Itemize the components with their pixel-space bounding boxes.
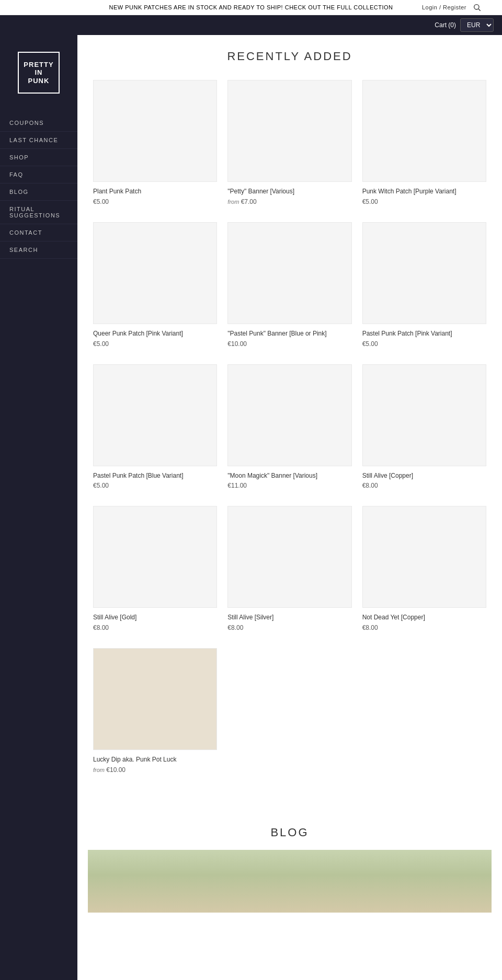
product-image-9 (362, 364, 486, 466)
product-price-9: €8.00 (362, 482, 486, 489)
sidebar-item-last-chance[interactable]: LAST CHANCE (0, 132, 77, 149)
sidebar-item-faq[interactable]: FAQ (0, 166, 77, 183)
cart-currency-container: Cart (0) EUR USD GBP (435, 18, 494, 32)
product-price-6: €5.00 (362, 340, 486, 348)
sidebar-item-coupons[interactable]: COUPONS (0, 114, 77, 132)
sidebar-item-ritual-suggestions[interactable]: RITUAL SUGGESTIONS (0, 201, 77, 224)
product-price-2: from €7.00 (227, 198, 351, 205)
sidebar-item-contact[interactable]: CONTACT (0, 224, 77, 241)
product-grid: Plant Punk Patch €5.00 "Petty" Banner [V… (88, 74, 492, 784)
product-name-11: Still Alive [Silver] (227, 613, 351, 622)
product-name-3: Punk Witch Patch [Purple Variant] (362, 187, 486, 196)
product-name-7: Pastel Punk Patch [Blue Variant] (93, 471, 217, 480)
product-name-9: Still Alive [Copper] (362, 471, 486, 480)
product-price-1: €5.00 (93, 198, 217, 205)
product-image-1 (93, 80, 217, 182)
cart-currency-row: Cart (0) EUR USD GBP (0, 15, 502, 35)
product-price-7: €5.00 (93, 482, 217, 489)
product-name-12: Not Dead Yet [Copper] (362, 613, 486, 622)
product-card-13[interactable]: Lucky Dip aka. Punk Pot Luck from €10.00 (88, 642, 222, 784)
product-price-10: €8.00 (93, 624, 217, 631)
product-name-5: "Pastel Punk" Banner [Blue or Pink] (227, 329, 351, 338)
product-price-4: €5.00 (93, 340, 217, 348)
product-price-8: €11.00 (227, 482, 351, 489)
product-card-9[interactable]: Still Alive [Copper] €8.00 (357, 358, 492, 500)
product-image-12 (362, 506, 486, 608)
product-image-4 (93, 222, 217, 324)
product-image-3 (362, 80, 486, 182)
product-card-3[interactable]: Punk Witch Patch [Purple Variant] €5.00 (357, 74, 492, 216)
announcement-text: NEW PUNK PATCHES ARE IN STOCK AND READY … (109, 4, 393, 10)
product-price-11: €8.00 (227, 624, 351, 631)
product-image-2 (227, 80, 351, 182)
sidebar: PRETTYINPUNK COUPONS LAST CHANCE SHOP FA… (0, 35, 77, 980)
page-title: RECENTLY ADDED (88, 35, 492, 74)
blog-image[interactable] (88, 850, 492, 913)
product-card-2[interactable]: "Petty" Banner [Various] from €7.00 (222, 74, 357, 216)
product-price-5: €10.00 (227, 340, 351, 348)
product-name-4: Queer Punk Patch [Pink Variant] (93, 329, 217, 338)
product-name-2: "Petty" Banner [Various] (227, 187, 351, 196)
product-image-5 (227, 222, 351, 324)
logo-text: PRETTYINPUNK (24, 61, 53, 85)
product-price-12: €8.00 (362, 624, 486, 631)
product-price-13: from €10.00 (93, 766, 217, 774)
product-image-11 (227, 506, 351, 608)
sidebar-logo[interactable]: PRETTYINPUNK (0, 43, 77, 102)
product-card-11[interactable]: Still Alive [Silver] €8.00 (222, 500, 357, 642)
product-name-8: "Moon Magick" Banner [Various] (227, 471, 351, 480)
product-image-7 (93, 364, 217, 466)
cart-label[interactable]: Cart (0) (435, 21, 456, 29)
product-card-8[interactable]: "Moon Magick" Banner [Various] €11.00 (222, 358, 357, 500)
product-card-7[interactable]: Pastel Punk Patch [Blue Variant] €5.00 (88, 358, 222, 500)
product-name-10: Still Alive [Gold] (93, 613, 217, 622)
product-image-6 (362, 222, 486, 324)
product-name-13: Lucky Dip aka. Punk Pot Luck (93, 755, 217, 764)
product-card-6[interactable]: Pastel Punk Patch [Pink Variant] €5.00 (357, 216, 492, 358)
price-prefix-13: from (93, 767, 105, 773)
svg-line-1 (478, 9, 481, 11)
login-register-link[interactable]: Login / Register (422, 4, 466, 10)
blog-title: BLOG (88, 815, 492, 850)
sidebar-item-shop[interactable]: SHOP (0, 149, 77, 166)
logo-box: PRETTYINPUNK (18, 52, 60, 94)
product-card-1[interactable]: Plant Punk Patch €5.00 (88, 74, 222, 216)
sidebar-item-blog[interactable]: BLOG (0, 183, 77, 201)
product-price-3: €5.00 (362, 198, 486, 205)
sidebar-navigation: COUPONS LAST CHANCE SHOP FAQ BLOG RITUAL… (0, 114, 77, 259)
product-card-12[interactable]: Not Dead Yet [Copper] €8.00 (357, 500, 492, 642)
svg-point-0 (474, 5, 479, 9)
product-image-13 (93, 648, 217, 750)
product-image-8 (227, 364, 351, 466)
search-icon[interactable] (473, 3, 481, 11)
main-content: RECENTLY ADDED Plant Punk Patch €5.00 "P… (77, 35, 502, 980)
header-right-links: Login / Register (422, 3, 481, 11)
price-prefix-2: from (227, 199, 239, 205)
main-layout: PRETTYINPUNK COUPONS LAST CHANCE SHOP FA… (0, 35, 502, 980)
blog-section: BLOG (88, 805, 492, 913)
product-image-10 (93, 506, 217, 608)
product-name-1: Plant Punk Patch (93, 187, 217, 196)
product-card-5[interactable]: "Pastel Punk" Banner [Blue or Pink] €10.… (222, 216, 357, 358)
sidebar-item-search[interactable]: SEARCH (0, 241, 77, 259)
announcement-bar: NEW PUNK PATCHES ARE IN STOCK AND READY … (0, 0, 502, 15)
product-card-10[interactable]: Still Alive [Gold] €8.00 (88, 500, 222, 642)
product-card-4[interactable]: Queer Punk Patch [Pink Variant] €5.00 (88, 216, 222, 358)
product-name-6: Pastel Punk Patch [Pink Variant] (362, 329, 486, 338)
currency-selector[interactable]: EUR USD GBP (460, 18, 494, 32)
